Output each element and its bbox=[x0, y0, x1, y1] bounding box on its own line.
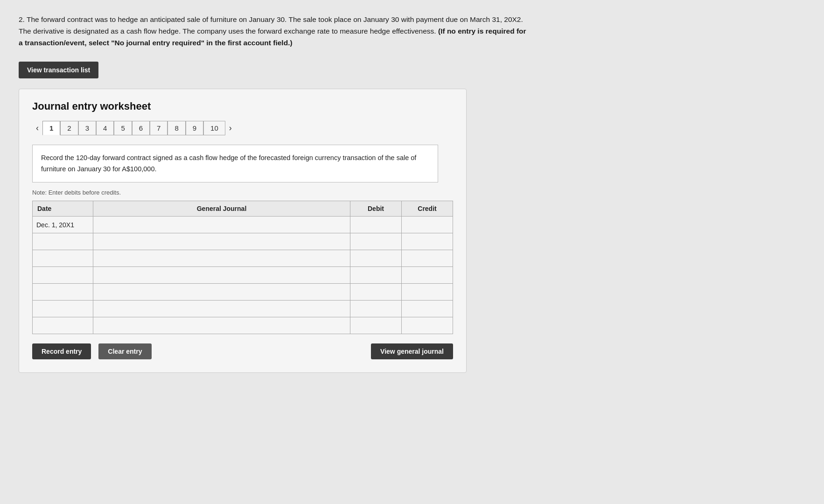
row6-gj-input[interactable] bbox=[93, 301, 350, 317]
row4-debit-input[interactable] bbox=[350, 267, 401, 283]
row5-date-input[interactable] bbox=[33, 284, 93, 300]
row5-date[interactable] bbox=[33, 283, 93, 300]
row1-gj-input[interactable] bbox=[93, 217, 350, 233]
journal-entry-worksheet: Journal entry worksheet ‹ 1 2 3 4 5 6 7 … bbox=[19, 89, 467, 372]
tab-next-arrow[interactable]: › bbox=[225, 121, 236, 135]
table-row bbox=[33, 266, 453, 283]
col-header-credit: Credit bbox=[402, 201, 453, 216]
row4-gj[interactable] bbox=[93, 266, 350, 283]
row1-date-value: Dec. 1, 20X1 bbox=[33, 218, 78, 231]
row4-credit-input[interactable] bbox=[402, 267, 453, 283]
row6-debit[interactable] bbox=[350, 300, 402, 317]
row6-date[interactable] bbox=[33, 300, 93, 317]
row3-credit[interactable] bbox=[402, 250, 453, 266]
row4-gj-input[interactable] bbox=[93, 267, 350, 283]
tab-3[interactable]: 3 bbox=[78, 121, 96, 135]
row2-gj[interactable] bbox=[93, 233, 350, 250]
row5-gj[interactable] bbox=[93, 283, 350, 300]
action-buttons: Record entry Clear entry View general jo… bbox=[32, 343, 453, 359]
row6-credit-input[interactable] bbox=[402, 301, 453, 317]
row2-credit[interactable] bbox=[402, 233, 453, 250]
row3-date[interactable] bbox=[33, 250, 93, 266]
tab-8[interactable]: 8 bbox=[168, 121, 185, 135]
row2-gj-input[interactable] bbox=[93, 233, 350, 250]
row7-credit-input[interactable] bbox=[402, 317, 453, 334]
row6-gj[interactable] bbox=[93, 300, 350, 317]
tab-4[interactable]: 4 bbox=[96, 121, 114, 135]
row4-date[interactable] bbox=[33, 266, 93, 283]
table-row bbox=[33, 317, 453, 334]
row7-gj-input[interactable] bbox=[93, 317, 350, 334]
row3-debit[interactable] bbox=[350, 250, 402, 266]
row7-debit[interactable] bbox=[350, 317, 402, 334]
row5-debit-input[interactable] bbox=[350, 284, 401, 300]
row6-credit[interactable] bbox=[402, 300, 453, 317]
tab-7[interactable]: 7 bbox=[150, 121, 168, 135]
row3-debit-input[interactable] bbox=[350, 250, 401, 266]
tab-5[interactable]: 5 bbox=[114, 121, 132, 135]
row7-gj[interactable] bbox=[93, 317, 350, 334]
view-general-journal-button[interactable]: View general journal bbox=[371, 343, 453, 359]
tab-1[interactable]: 1 bbox=[42, 121, 60, 135]
tab-2[interactable]: 2 bbox=[60, 121, 78, 135]
row2-credit-input[interactable] bbox=[402, 233, 453, 250]
tab-10[interactable]: 10 bbox=[203, 121, 225, 135]
row7-debit-input[interactable] bbox=[350, 317, 401, 334]
col-header-date: Date bbox=[33, 201, 93, 216]
row4-date-input[interactable] bbox=[33, 267, 93, 283]
tab-9[interactable]: 9 bbox=[186, 121, 203, 135]
view-transaction-list-button[interactable]: View transaction list bbox=[19, 62, 98, 78]
row7-date-input[interactable] bbox=[33, 317, 93, 334]
row5-debit[interactable] bbox=[350, 283, 402, 300]
row3-gj-input[interactable] bbox=[93, 250, 350, 266]
row2-date[interactable] bbox=[33, 233, 93, 250]
row1-date: Dec. 1, 20X1 bbox=[33, 216, 93, 233]
tab-prev-arrow[interactable]: ‹ bbox=[32, 121, 42, 135]
record-entry-button[interactable]: Record entry bbox=[32, 343, 91, 359]
tab-navigation: ‹ 1 2 3 4 5 6 7 8 9 10 › bbox=[32, 121, 453, 135]
table-row bbox=[33, 233, 453, 250]
row5-credit-input[interactable] bbox=[402, 284, 453, 300]
note-text: Note: Enter debits before credits. bbox=[32, 189, 453, 196]
row3-date-input[interactable] bbox=[33, 250, 93, 266]
row7-credit[interactable] bbox=[402, 317, 453, 334]
row2-debit[interactable] bbox=[350, 233, 402, 250]
table-row: Dec. 1, 20X1 bbox=[33, 216, 453, 233]
row2-date-input[interactable] bbox=[33, 233, 93, 250]
clear-entry-button[interactable]: Clear entry bbox=[98, 343, 151, 359]
row7-date[interactable] bbox=[33, 317, 93, 334]
tab-6[interactable]: 6 bbox=[132, 121, 150, 135]
row6-date-input[interactable] bbox=[33, 301, 93, 317]
row1-gj[interactable] bbox=[93, 216, 350, 233]
row3-gj[interactable] bbox=[93, 250, 350, 266]
col-header-debit: Debit bbox=[350, 201, 402, 216]
row1-debit[interactable] bbox=[350, 216, 402, 233]
table-row bbox=[33, 300, 453, 317]
row1-credit-input[interactable] bbox=[402, 217, 453, 233]
worksheet-title: Journal entry worksheet bbox=[32, 100, 453, 112]
problem-text: 2. The forward contract was to hedge an … bbox=[19, 14, 532, 49]
row5-gj-input[interactable] bbox=[93, 284, 350, 300]
table-row bbox=[33, 283, 453, 300]
journal-table: Date General Journal Debit Credit Dec. 1… bbox=[32, 201, 453, 334]
row5-credit[interactable] bbox=[402, 283, 453, 300]
row6-debit-input[interactable] bbox=[350, 301, 401, 317]
row4-debit[interactable] bbox=[350, 266, 402, 283]
row1-credit[interactable] bbox=[402, 216, 453, 233]
table-row bbox=[33, 250, 453, 266]
row3-credit-input[interactable] bbox=[402, 250, 453, 266]
row2-debit-input[interactable] bbox=[350, 233, 401, 250]
row4-credit[interactable] bbox=[402, 266, 453, 283]
row1-debit-input[interactable] bbox=[350, 217, 401, 233]
transaction-description: Record the 120-day forward contract sign… bbox=[32, 145, 438, 182]
col-header-general-journal: General Journal bbox=[93, 201, 350, 216]
